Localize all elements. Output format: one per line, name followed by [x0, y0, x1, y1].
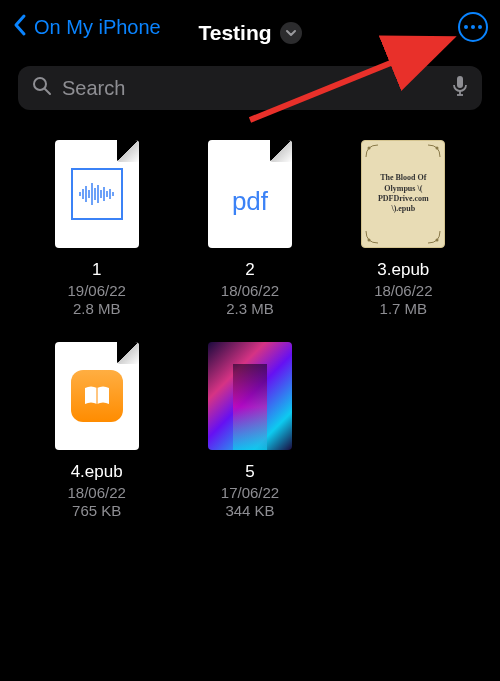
file-thumbnail-ibooks	[55, 342, 139, 450]
back-button[interactable]: On My iPhone	[12, 13, 161, 42]
svg-point-0	[34, 78, 46, 90]
dictation-button[interactable]	[452, 75, 468, 101]
file-size: 2.3 MB	[226, 300, 274, 317]
file-date: 18/06/22	[221, 282, 279, 299]
file-name: 3.epub	[377, 260, 429, 280]
file-name: 1	[92, 260, 101, 280]
file-thumbnail-image	[208, 342, 292, 450]
ellipsis-icon	[464, 25, 468, 29]
svg-point-17	[368, 147, 371, 150]
more-options-button[interactable]	[458, 12, 488, 42]
search-icon	[32, 76, 52, 100]
file-name: 4.epub	[71, 462, 123, 482]
microphone-icon	[452, 75, 468, 97]
page-title: Testing	[198, 21, 271, 45]
svg-rect-2	[457, 76, 463, 88]
file-thumbnail-epub: The Blood Of Olympus \( PDFDrive.com \).…	[361, 140, 445, 248]
back-label: On My iPhone	[34, 16, 161, 39]
chevron-down-icon	[285, 27, 297, 39]
file-size: 344 KB	[225, 502, 274, 519]
file-size: 765 KB	[72, 502, 121, 519]
search-input[interactable]	[62, 77, 442, 100]
file-thumbnail-audio	[55, 140, 139, 248]
file-item[interactable]: 1 19/06/22 2.8 MB	[24, 140, 169, 330]
waveform-icon	[71, 168, 123, 220]
file-size: 2.8 MB	[73, 300, 121, 317]
file-item[interactable]: 5 17/06/22 344 KB	[177, 342, 322, 532]
file-thumbnail-pdf: pdf	[208, 140, 292, 248]
chevron-left-icon	[12, 13, 28, 42]
file-item[interactable]: pdf 2 18/06/22 2.3 MB	[177, 140, 322, 330]
file-grid: 1 19/06/22 2.8 MB pdf 2 18/06/22 2.3 MB …	[0, 110, 500, 562]
file-date: 17/06/22	[221, 484, 279, 501]
svg-point-19	[368, 239, 371, 242]
pdf-icon: pdf	[232, 186, 268, 217]
file-date: 18/06/22	[67, 484, 125, 501]
file-date: 19/06/22	[67, 282, 125, 299]
file-item[interactable]: 4.epub 18/06/22 765 KB	[24, 342, 169, 532]
file-date: 18/06/22	[374, 282, 432, 299]
ibooks-icon	[71, 370, 123, 422]
epub-cover-title: The Blood Of Olympus \( PDFDrive.com \).…	[366, 173, 440, 215]
folder-dropdown-button[interactable]	[280, 22, 302, 44]
file-size: 1.7 MB	[380, 300, 428, 317]
file-item[interactable]: The Blood Of Olympus \( PDFDrive.com \).…	[331, 140, 476, 330]
file-name: 2	[245, 260, 254, 280]
svg-line-1	[45, 89, 50, 94]
search-bar[interactable]	[18, 66, 482, 110]
file-name: 5	[245, 462, 254, 482]
